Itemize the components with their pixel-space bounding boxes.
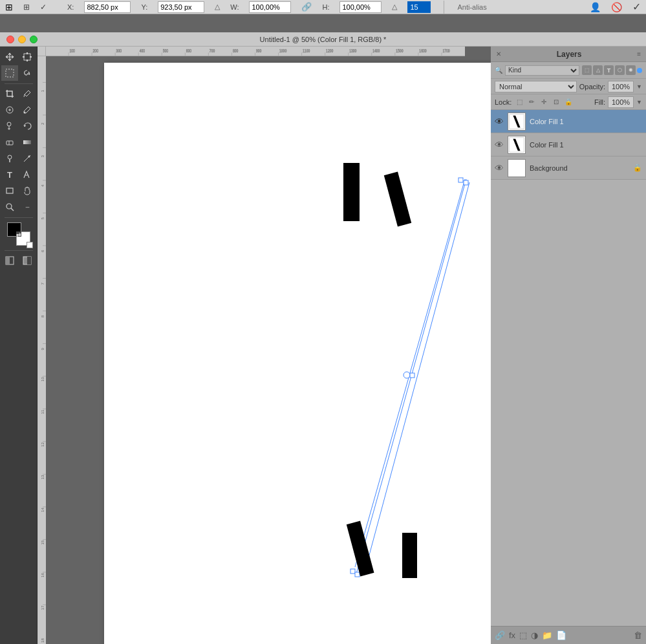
layers-search-bar: 🔍 Kind ⬚ △ T ⬡ ✺: [491, 62, 646, 79]
filter-type-icon[interactable]: T: [604, 65, 614, 75]
add-mask-btn[interactable]: ⬚: [519, 630, 527, 640]
heal-tool[interactable]: [1, 102, 18, 118]
title-bar: Untitled-1 @ 50% (Color Fill 1, RGB/8) *: [0, 32, 646, 47]
minimize-button[interactable]: [18, 36, 26, 43]
layer-2-visibility-icon[interactable]: 👁: [495, 140, 504, 150]
svg-text:11: 11: [41, 409, 45, 414]
eyedropper-tool[interactable]: [19, 86, 36, 102]
brush-tool[interactable]: [19, 102, 36, 118]
transform-icon[interactable]: ✓: [40, 3, 47, 12]
svg-text:1500: 1500: [396, 49, 404, 54]
eraser-tool[interactable]: [1, 134, 18, 150]
layer-item-background[interactable]: 👁 Background 🔒: [491, 156, 646, 180]
blend-mode-select[interactable]: Normal: [495, 81, 577, 92]
svg-rect-111: [508, 160, 525, 177]
y-label: Y:: [141, 3, 147, 11]
lock-label: Lock:: [495, 98, 511, 106]
dodge-tool[interactable]: [1, 151, 18, 166]
svg-point-17: [6, 204, 12, 209]
select-tool[interactable]: [1, 65, 18, 81]
lock-all-btn[interactable]: 🔒: [563, 97, 574, 107]
w-label: W:: [230, 3, 239, 11]
lock-transparent-btn[interactable]: ⬚: [514, 97, 524, 107]
layer-1-name: Color Fill 1: [530, 118, 642, 125]
svg-point-9: [7, 122, 11, 126]
lock-artboard-btn[interactable]: ⊡: [551, 97, 561, 107]
filter-adjust-icon[interactable]: △: [593, 65, 603, 75]
layer-1-visibility-icon[interactable]: 👁: [495, 116, 504, 127]
crop-tool[interactable]: [1, 86, 18, 102]
anti-alias-label: Anti-alias: [457, 3, 486, 11]
svg-rect-0: [24, 54, 30, 60]
close-button[interactable]: [6, 36, 14, 43]
w-input[interactable]: [249, 1, 291, 13]
svg-rect-10: [6, 141, 13, 145]
lock-paint-btn[interactable]: ✏: [526, 97, 537, 107]
layers-search-icon: 🔍: [495, 67, 502, 74]
document-title: Untitled-1 @ 50% (Color Fill 1, RGB/8) *: [260, 36, 387, 43]
h-input[interactable]: [339, 1, 382, 13]
tool-sep-2: [5, 217, 33, 218]
layer-2-name: Color Fill 1: [530, 141, 642, 149]
opacity-input[interactable]: [608, 81, 634, 92]
add-style-btn[interactable]: fx: [509, 630, 515, 640]
lock-position-btn[interactable]: ✛: [539, 97, 549, 107]
rectangle-tool[interactable]: [1, 183, 18, 199]
text-tool[interactable]: T: [1, 167, 18, 182]
hand-tool[interactable]: [19, 183, 36, 199]
new-fill-adj-btn[interactable]: ◑: [531, 630, 538, 640]
ruler-left: 1 2 3 4 5 6 7 8 9 10 11 12 13 14 15 16 1…: [38, 56, 46, 644]
filter-smart-icon[interactable]: ✺: [626, 65, 636, 75]
layer-3-visibility-icon[interactable]: 👁: [495, 163, 504, 173]
tool-row-4: [0, 102, 37, 118]
layers-close-btn[interactable]: ✕: [496, 50, 501, 58]
blend-opacity-row: Normal Opacity: ▼: [491, 79, 646, 94]
filter-pixel-icon[interactable]: ⬚: [582, 65, 592, 75]
svg-text:700: 700: [210, 49, 215, 54]
opacity-arrow[interactable]: ▼: [636, 83, 642, 90]
ruler-top: 100 200 300 400 500 600 700 800 900 1000…: [45, 47, 465, 56]
quick-mask-on[interactable]: [19, 253, 36, 268]
quick-mask-off[interactable]: [1, 253, 18, 268]
fill-arrow[interactable]: ▼: [636, 99, 642, 105]
svg-rect-12: [23, 140, 31, 144]
link-layers-btn[interactable]: 🔗: [495, 630, 505, 640]
path-select-tool[interactable]: [19, 167, 36, 182]
layers-kind-dropdown[interactable]: Kind: [505, 65, 579, 76]
clone-tool[interactable]: [1, 118, 18, 134]
gradient-tool[interactable]: [19, 134, 36, 150]
y-input[interactable]: [158, 1, 204, 13]
tool-sep-3: [5, 250, 33, 251]
pen-tool[interactable]: [19, 151, 36, 166]
layers-menu-btn[interactable]: ≡: [637, 50, 641, 58]
svg-text:800: 800: [233, 49, 239, 54]
rotation-input[interactable]: [407, 1, 431, 13]
color-swatches[interactable]: ⇄: [7, 222, 30, 246]
layer-item-color-fill-1-selected[interactable]: 👁 Color Fill 1: [491, 110, 646, 133]
layer-3-lock-icon: 🔒: [633, 164, 642, 172]
artboard-tool[interactable]: [19, 49, 36, 65]
link-icon[interactable]: 🔗: [301, 2, 312, 12]
filter-active-dot[interactable]: [637, 68, 642, 73]
move-tool[interactable]: [1, 49, 18, 65]
svg-rect-3: [27, 52, 28, 54]
layer-item-color-fill-1[interactable]: 👁 Color Fill 1: [491, 133, 646, 156]
delete-layer-btn[interactable]: 🗑: [634, 630, 642, 640]
svg-text:10: 10: [41, 377, 45, 381]
zoom-tool[interactable]: [1, 199, 18, 215]
layers-panel: ✕ Layers ≡ 🔍 Kind ⬚ △ T ⬡ ✺ Normal Opaci…: [491, 47, 646, 644]
new-layer-btn[interactable]: 📄: [556, 630, 566, 640]
confirm-icon[interactable]: ✓: [632, 1, 641, 13]
history-tool[interactable]: [19, 118, 36, 134]
maximize-button[interactable]: [30, 36, 38, 43]
filter-shape-icon[interactable]: ⬡: [615, 65, 625, 75]
extra-tool[interactable]: ···: [19, 199, 36, 215]
new-group-btn[interactable]: 📁: [542, 630, 552, 640]
tool-row-3: [0, 86, 37, 102]
fill-input[interactable]: [608, 96, 634, 108]
lasso-tool[interactable]: [19, 65, 36, 81]
tool-sep-1: [5, 83, 33, 84]
toolbar-icon-1[interactable]: ⊞: [23, 3, 30, 12]
tool-row-9: [0, 183, 37, 199]
x-input[interactable]: [84, 1, 131, 13]
